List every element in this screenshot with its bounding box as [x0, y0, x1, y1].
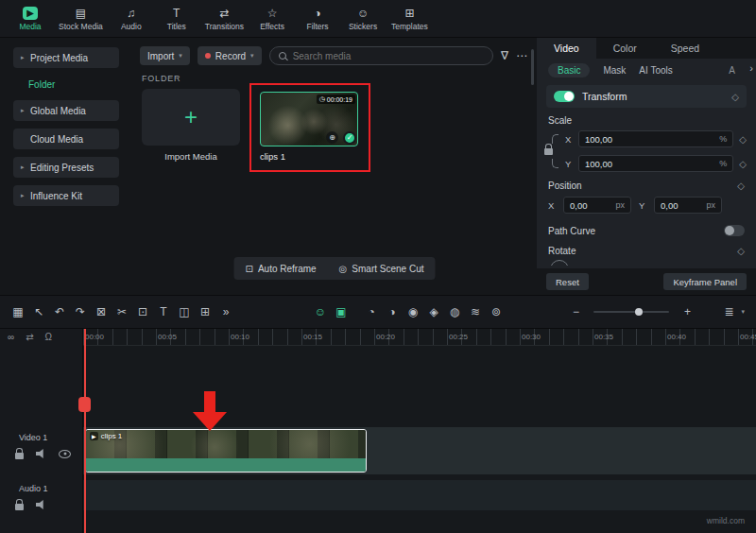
audio-track-lane[interactable] — [83, 480, 756, 510]
mute-track-icon[interactable] — [36, 449, 46, 458]
transform-toggle[interactable] — [554, 91, 575, 102]
speed-icon[interactable]: ◔ — [361, 305, 382, 318]
cut-icon[interactable]: ✂ — [112, 305, 132, 318]
keyframe-diamond-icon[interactable]: ◇ — [739, 134, 747, 145]
auto-reframe-tool-icon[interactable]: ▣ — [331, 305, 352, 318]
track-manager-button[interactable]: ≣ ▾ — [718, 305, 745, 318]
swap-icon[interactable]: ⇄ — [26, 332, 33, 342]
tab-titles[interactable]: T Titles — [160, 7, 194, 31]
import-media-tile[interactable]: + — [142, 89, 240, 146]
crop-icon[interactable]: ⊡ — [132, 305, 153, 318]
filter-icon[interactable]: ∇ — [501, 49, 508, 62]
sidebar-item-folder[interactable]: Folder — [13, 76, 119, 93]
scale-x-input[interactable] — [585, 134, 719, 145]
position-y-input[interactable] — [661, 200, 706, 211]
media-toolbar: Import ▾ Record ▾ ∇ ⋯ — [140, 45, 527, 66]
subtab-basic[interactable]: Basic — [548, 63, 590, 77]
lock-track-icon[interactable] — [15, 504, 24, 510]
media-sidebar: ▸ Project Media Folder ▸ Global Media Cl… — [0, 38, 132, 295]
sticker-smiley-icon[interactable]: ☺ — [310, 305, 331, 318]
tab-effects-label: Effects — [260, 22, 284, 31]
lock-icon[interactable] — [544, 148, 553, 155]
tab-media[interactable]: ▶ Media — [13, 7, 47, 31]
layout-grid-icon[interactable]: ▦ — [8, 305, 28, 318]
chevron-down-icon: ▾ — [741, 308, 745, 316]
sidebar-item-editing-presets[interactable]: ▸ Editing Presets — [13, 157, 119, 178]
zoom-slider-knob[interactable] — [635, 308, 643, 316]
video-editor-app: ▶ Media ▤ Stock Media ♫ Audio T Titles ⇄… — [0, 0, 756, 533]
keyframe-diamond-icon[interactable]: ◇ — [731, 92, 739, 102]
more-tools-icon[interactable]: » — [215, 305, 236, 318]
keyframe-diamond-icon[interactable]: ◇ — [737, 181, 745, 191]
timeline-video-clip[interactable]: ▶ clips 1 — [85, 429, 367, 473]
record-dropdown[interactable]: Record ▾ — [198, 46, 262, 65]
tab-color[interactable]: Color — [596, 38, 654, 59]
chroma-key-icon[interactable]: ◑ — [382, 305, 403, 318]
scale-x-label: X — [565, 134, 573, 145]
tab-audio[interactable]: ♫ Audio — [114, 7, 148, 31]
subtab-ai-tools[interactable]: AI Tools — [639, 65, 672, 76]
watermark-text: wmild.com — [707, 516, 745, 525]
sidebar-item-project-media[interactable]: ▸ Project Media — [13, 47, 119, 68]
quick-add-icon[interactable]: ⊕ — [326, 131, 338, 144]
tab-stock-media[interactable]: ▤ Stock Media — [59, 7, 103, 31]
mute-track-icon[interactable] — [36, 500, 46, 509]
path-curve-toggle[interactable] — [724, 225, 745, 236]
search-input[interactable] — [293, 51, 484, 61]
keyframe-diamond-icon[interactable]: ◇ — [737, 246, 745, 256]
sidebar-item-global-media[interactable]: ▸ Global Media — [13, 100, 119, 121]
split-icon[interactable]: ◫ — [174, 305, 195, 318]
zoom-out-icon[interactable]: − — [565, 305, 586, 318]
magnet-icon[interactable]: Ω — [45, 332, 52, 342]
playhead-line[interactable] — [84, 329, 86, 533]
tab-stickers[interactable]: ☺ Stickers — [346, 7, 380, 31]
sidebar-item-cloud-media[interactable]: Cloud Media — [13, 129, 119, 149]
lock-track-icon[interactable] — [15, 453, 24, 459]
clip-thumbnail[interactable]: ◷ 00:00:19 ⊕ ✓ — [260, 92, 358, 146]
ruler-label: 00:20 — [376, 333, 395, 341]
subtab-partial[interactable]: A — [729, 65, 735, 76]
position-x-input[interactable] — [570, 200, 615, 211]
export-frame-icon[interactable]: ⊚ — [486, 305, 507, 318]
rotate-dial[interactable] — [550, 260, 571, 266]
keyframe-panel-button[interactable]: Keyframe Panel — [663, 273, 747, 290]
tab-video[interactable]: Video — [537, 38, 596, 59]
zoom-in-icon[interactable]: + — [677, 305, 697, 318]
smart-scene-cut-button[interactable]: ◎ Smart Scene Cut — [328, 257, 436, 280]
playhead-handle[interactable] — [78, 397, 91, 412]
tab-media-label: Media — [19, 22, 41, 31]
more-options-icon[interactable]: ⋯ — [516, 49, 527, 62]
auto-reframe-icon: ⊡ — [246, 264, 253, 274]
tab-templates[interactable]: ⊞ Templates — [391, 7, 428, 31]
text-tool-icon[interactable]: T — [153, 305, 174, 318]
record-screen-icon[interactable]: ◉ — [403, 305, 423, 318]
redo-icon[interactable]: ↷ — [70, 305, 91, 318]
select-tool-icon[interactable]: ↖ — [28, 305, 49, 318]
media-panel-scrollbar[interactable] — [531, 49, 534, 85]
undo-icon[interactable]: ↶ — [49, 305, 70, 318]
audio-sync-icon[interactable]: ≋ — [465, 305, 486, 318]
tab-speed[interactable]: Speed — [654, 38, 716, 59]
auto-reframe-button[interactable]: ⊡ Auto Reframe — [234, 257, 328, 280]
scale-y-input[interactable] — [585, 159, 719, 169]
subtab-mask[interactable]: Mask — [603, 65, 626, 76]
timeline-ruler[interactable]: 00:00 00:05 00:10 00:15 00:20 00:25 00:3… — [83, 329, 756, 346]
timeline-zoom-slider[interactable] — [593, 311, 669, 313]
tab-stock-media-label: Stock Media — [59, 22, 103, 31]
link-icon[interactable]: ∞ — [8, 332, 14, 342]
hide-track-icon[interactable] — [59, 450, 71, 458]
tab-effects[interactable]: ☆ Effects — [255, 7, 289, 31]
sidebar-item-influence-kit[interactable]: ▸ Influence Kit — [13, 185, 119, 206]
mask-icon[interactable]: ◈ — [423, 305, 444, 318]
chevron-right-icon[interactable]: › — [749, 62, 753, 74]
timeline-toolbar: ▦ ↖ ↶ ↷ ⊠ ✂ ⊡ T ◫ ⊞ » ☺ ▣ ◔ ◑ ◉ ◈ ◍ ≋ ⊚ … — [0, 295, 756, 329]
search-bar[interactable] — [269, 46, 493, 65]
import-dropdown[interactable]: Import ▾ — [140, 46, 190, 65]
reset-button[interactable]: Reset — [546, 273, 589, 290]
tab-filters[interactable]: ◑ Filters — [301, 7, 335, 31]
keyframe-diamond-icon[interactable]: ◇ — [739, 159, 747, 169]
delete-icon[interactable]: ⊠ — [91, 305, 112, 318]
tab-transitions[interactable]: ⇄ Transitions — [205, 7, 244, 31]
voiceover-icon[interactable]: ◍ — [444, 305, 465, 318]
snapshot-icon[interactable]: ⊞ — [195, 305, 215, 318]
